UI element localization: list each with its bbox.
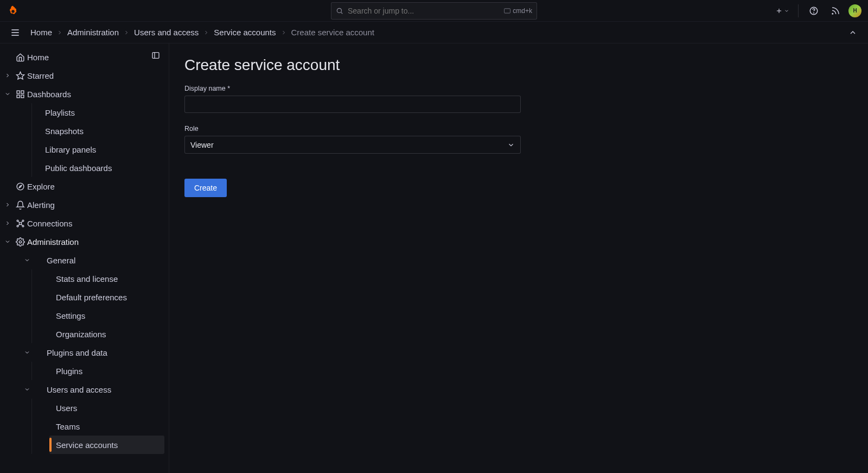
- sidebar-item-home[interactable]: Home: [2, 48, 164, 66]
- chevron-down-icon: [24, 349, 30, 356]
- chevron-right-icon: [123, 29, 130, 36]
- content: Create service account Display name * Ro…: [169, 43, 868, 473]
- svg-line-28: [18, 224, 19, 225]
- sidebar-item-public-dashboards[interactable]: Public dashboards: [32, 159, 164, 177]
- add-menu-button[interactable]: [773, 7, 792, 15]
- svg-line-27: [21, 221, 22, 222]
- sidebar-item-label: General: [47, 256, 75, 265]
- breadcrumb-users-and-access[interactable]: Users and access: [134, 28, 199, 37]
- sidebar-item-alerting[interactable]: Alerting: [2, 195, 164, 214]
- sidebar-item-default-preferences[interactable]: Default preferences: [49, 288, 164, 306]
- plus-icon: [775, 7, 783, 15]
- create-button[interactable]: Create: [184, 179, 227, 197]
- role-select[interactable]: Viewer: [184, 136, 521, 154]
- sidebar-item-label: Explore: [27, 182, 55, 191]
- sidebar-group-users-access: Users Teams Service accounts: [31, 399, 164, 454]
- search-input[interactable]: [348, 7, 500, 15]
- role-label: Role: [184, 125, 853, 133]
- display-name-label: Display name *: [184, 85, 853, 92]
- sidebar-item-organizations[interactable]: Organizations: [49, 325, 164, 343]
- expander-button[interactable]: [22, 386, 33, 393]
- chevron-down-icon: [784, 8, 789, 14]
- sidebar-item-snapshots[interactable]: Snapshots: [32, 122, 164, 140]
- connections-icon: [13, 219, 27, 228]
- sidebar-item-label: Organizations: [56, 330, 106, 339]
- sidebar-item-explore[interactable]: Explore: [2, 177, 164, 195]
- svg-rect-17: [17, 94, 20, 97]
- sidebar-item-starred[interactable]: Starred: [2, 66, 164, 85]
- form-group-role: Role Viewer: [184, 125, 853, 154]
- role-select-value: Viewer: [190, 141, 214, 149]
- chevron-down-icon: [4, 238, 11, 245]
- sidebar-item-plugins[interactable]: Plugins: [49, 362, 164, 380]
- rss-icon: [831, 6, 840, 16]
- expander-button[interactable]: [2, 220, 13, 226]
- sidebar-group-plugins: Plugins: [31, 362, 164, 380]
- sidebar-item-stats-and-license[interactable]: Stats and license: [49, 269, 164, 288]
- bell-icon: [13, 200, 27, 210]
- news-button[interactable]: [827, 2, 844, 20]
- svg-point-19: [17, 183, 24, 190]
- svg-line-2: [341, 12, 343, 14]
- sidebar-item-label: Playlists: [45, 108, 75, 117]
- expander-button[interactable]: [22, 257, 33, 263]
- breadcrumb-service-accounts[interactable]: Service accounts: [214, 28, 276, 37]
- sidebar-item-users-and-access[interactable]: Users and access: [22, 380, 164, 399]
- chevron-right-icon: [4, 220, 11, 226]
- sidebar-item-service-accounts[interactable]: Service accounts: [49, 436, 164, 454]
- sidebar-item-teams[interactable]: Teams: [49, 417, 164, 436]
- sidebar-item-dashboards[interactable]: Dashboards: [2, 85, 164, 103]
- main: Home Starred Dashboards Playlists Snapsh…: [0, 43, 868, 473]
- search-icon: [336, 7, 343, 15]
- user-avatar[interactable]: H: [848, 4, 861, 17]
- sidebar-item-users[interactable]: Users: [49, 399, 164, 417]
- chevron-right-icon: [4, 72, 11, 79]
- sidebar-item-label: Settings: [56, 311, 85, 320]
- expander-button[interactable]: [22, 349, 33, 356]
- nav-toggle-button[interactable]: [7, 24, 24, 41]
- chevron-up-icon: [848, 28, 857, 37]
- display-name-input[interactable]: [184, 96, 521, 113]
- sidebar: Home Starred Dashboards Playlists Snapsh…: [0, 43, 169, 473]
- form-group-display-name: Display name *: [184, 85, 853, 113]
- svg-point-25: [22, 225, 24, 227]
- grafana-logo-icon[interactable]: [7, 4, 20, 17]
- expander-button[interactable]: [2, 201, 13, 208]
- sidebar-item-settings[interactable]: Settings: [49, 306, 164, 325]
- chevron-right-icon: [280, 29, 287, 36]
- sidebar-item-label: Default preferences: [56, 293, 127, 302]
- sidebar-item-label: Plugins: [56, 367, 82, 376]
- sidebar-item-connections[interactable]: Connections: [2, 214, 164, 232]
- breadcrumb-current: Create service account: [291, 28, 374, 37]
- breadcrumbs: Home Administration Users and access Ser…: [30, 28, 374, 37]
- sidebar-item-administration[interactable]: Administration: [2, 232, 164, 251]
- sidebar-item-label: Dashboards: [27, 90, 71, 99]
- sidebar-item-label: Administration: [27, 237, 79, 247]
- expander-button[interactable]: [2, 91, 13, 97]
- sidebar-item-plugins-and-data[interactable]: Plugins and data: [22, 343, 164, 362]
- page-title: Create service account: [184, 56, 853, 74]
- help-icon: [809, 6, 819, 16]
- top-bar: cmd+k H: [0, 0, 868, 22]
- sidebar-item-library-panels[interactable]: Library panels: [32, 140, 164, 159]
- breadcrumb-administration[interactable]: Administration: [67, 28, 119, 37]
- chevron-down-icon: [507, 141, 515, 149]
- breadcrumb-home[interactable]: Home: [30, 28, 52, 37]
- menu-icon: [10, 27, 21, 38]
- sidebar-item-label: Snapshots: [45, 127, 84, 136]
- expander-button[interactable]: [2, 238, 13, 245]
- chevron-down-icon: [24, 386, 30, 393]
- sidebar-group-dashboards: Playlists Snapshots Library panels Publi…: [31, 103, 164, 177]
- kiosk-button[interactable]: [844, 24, 861, 41]
- sidebar-item-general[interactable]: General: [22, 251, 164, 269]
- breadcrumb-bar: Home Administration Users and access Ser…: [0, 22, 868, 43]
- expander-button[interactable]: [2, 72, 13, 79]
- svg-line-26: [18, 221, 19, 222]
- search-box[interactable]: cmd+k: [331, 2, 537, 20]
- sidebar-item-label: Plugins and data: [47, 348, 107, 357]
- svg-marker-14: [16, 72, 24, 79]
- help-button[interactable]: [805, 2, 822, 20]
- sidebar-item-playlists[interactable]: Playlists: [32, 103, 164, 122]
- sidebar-item-label: Public dashboards: [45, 163, 112, 173]
- gear-icon: [13, 237, 27, 247]
